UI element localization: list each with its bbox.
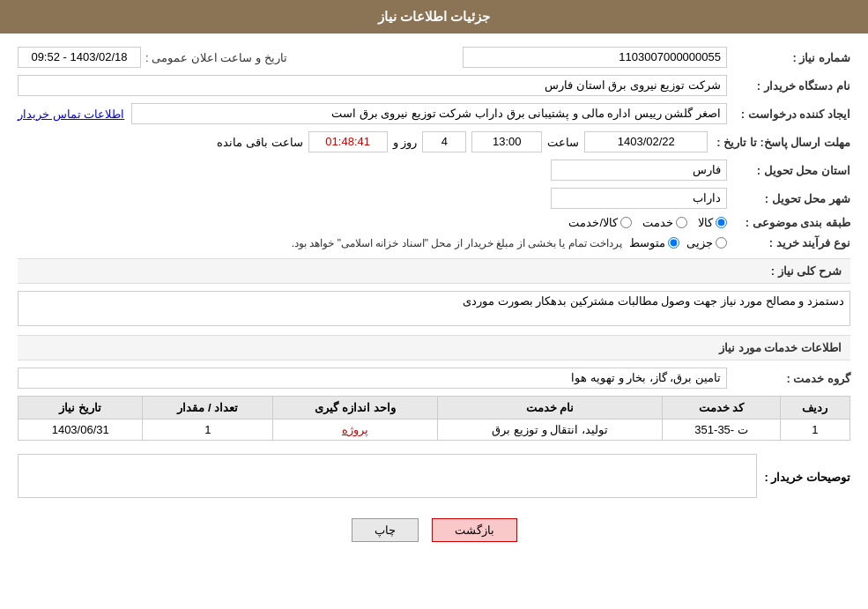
- province-value: فارس: [551, 160, 727, 181]
- th-date: تاریخ نیاز: [19, 397, 143, 420]
- category-label-kala: کالا: [698, 216, 713, 229]
- th-row: ردیف: [780, 397, 849, 420]
- service-table: ردیف کد خدمت نام خدمت واحد اندازه گیری ت…: [18, 396, 850, 441]
- announce-value: 1403/02/18 - 09:52: [18, 47, 141, 68]
- service-group-label: گروه خدمت :: [727, 372, 850, 385]
- td-date: 1403/06/31: [19, 420, 143, 441]
- buyer-org-label: نام دستگاه خریدار :: [727, 79, 850, 93]
- need-number-value: 1103007000000055: [463, 47, 727, 68]
- need-description-row: دستمزد و مصالح مورد نیاز جهت وصول مطالبا…: [18, 291, 850, 326]
- response-deadline-value-cell: 1403/02/22 ساعت 13:00 4 روز و 01:48:41 س…: [18, 131, 708, 152]
- purchase-type-value-cell: جزیی متوسط پرداخت تمام یا بخشی از مبلغ خ…: [18, 236, 727, 249]
- category-option-khedmat[interactable]: خدمت: [642, 216, 687, 229]
- purchase-option-row1: جزیی متوسط پرداخت تمام یا بخشی از مبلغ خ…: [292, 236, 727, 249]
- creator-row: ایجاد کننده درخواست : اصغر گلشن رییس ادا…: [18, 103, 850, 124]
- service-group-value: تامین برق، گاز، بخار و تهویه هوا: [18, 368, 727, 389]
- city-label: شهر محل تحویل :: [727, 192, 850, 205]
- buyer-description-textarea[interactable]: [18, 454, 757, 498]
- th-name: نام خدمت: [437, 397, 663, 420]
- service-group-row: گروه خدمت : تامین برق، گاز، بخار و تهویه…: [18, 368, 850, 389]
- purchase-option-motavset[interactable]: متوسط: [629, 236, 679, 249]
- purchase-label-jozi: جزیی: [686, 236, 713, 249]
- buyer-description-value-cell: [18, 454, 757, 501]
- category-radio-group: کالا خدمت کالا/خدمت: [568, 216, 727, 229]
- content-area: شماره نیاز : 1103007000000055 تاریخ و سا…: [0, 33, 868, 568]
- city-value: داراب: [551, 188, 727, 209]
- response-deadline-row: مهلت ارسال پاسخ: تا تاریخ : 1403/02/22 س…: [18, 131, 850, 152]
- page-header: جزئیات اطلاعات نیاز: [0, 0, 868, 33]
- time-label: ساعت: [547, 136, 579, 149]
- category-label: طبقه بندی موضوعی :: [727, 216, 850, 229]
- purchase-note: پرداخت تمام یا بخشی از مبلغ خریدار از مح…: [292, 237, 622, 249]
- purchase-type-label: نوع فرآیند خرید :: [727, 236, 850, 249]
- purchase-radio-motavset[interactable]: [668, 237, 679, 249]
- hours-label: ساعت باقی مانده: [217, 136, 302, 149]
- print-button[interactable]: چاپ: [352, 518, 419, 542]
- th-code: کد خدمت: [663, 397, 780, 420]
- deadline-time: 13:00: [471, 131, 542, 152]
- need-number-value-cell: 1103007000000055: [287, 47, 727, 68]
- buyer-org-value-cell: شرکت توزیع نیروی برق استان فارس: [18, 75, 727, 96]
- td-qty: 1: [143, 420, 273, 441]
- category-label-kala-khedmat: کالا/خدمت: [568, 216, 618, 229]
- td-code: ت -35-351: [663, 420, 780, 441]
- category-radio-kala-khedmat[interactable]: [620, 217, 632, 228]
- response-deadline-label: مهلت ارسال پاسخ: تا تاریخ :: [708, 136, 850, 149]
- announce-date-row: تاریخ و ساعت اعلان عمومی : 1403/02/18 - …: [18, 47, 287, 68]
- need-description-section-title: شرح کلی نیاز :: [18, 258, 850, 284]
- category-label-khedmat: خدمت: [642, 216, 673, 229]
- purchase-label-motavset: متوسط: [629, 236, 665, 249]
- deadline-days: 4: [422, 131, 466, 152]
- city-value-cell: داراب: [18, 188, 727, 209]
- creator-label: ایجاد کننده درخواست :: [727, 108, 850, 121]
- td-name: تولید، انتقال و توزیع برق: [437, 420, 663, 441]
- td-unit[interactable]: پروژه: [273, 420, 437, 441]
- category-radio-khedmat[interactable]: [676, 217, 687, 228]
- category-option-kala-khedmat[interactable]: کالا/خدمت: [568, 216, 632, 229]
- category-value-cell: کالا خدمت کالا/خدمت: [18, 216, 727, 229]
- th-qty: تعداد / مقدار: [143, 397, 273, 420]
- city-row: شهر محل تحویل : داراب: [18, 188, 850, 209]
- purchase-option-jozi[interactable]: جزیی: [686, 236, 727, 249]
- creator-value: اصغر گلشن رییس اداره مالی و پشتیبانی برق…: [131, 103, 727, 124]
- buyer-description-row: توصیحات خریدار :: [18, 454, 850, 501]
- page-title: جزئیات اطلاعات نیاز: [378, 9, 490, 24]
- announce-label: تاریخ و ساعت اعلان عمومی :: [145, 51, 287, 64]
- buyer-description-label: توصیحات خریدار :: [757, 471, 850, 484]
- page-wrapper: جزئیات اطلاعات نیاز شماره نیاز : 1103007…: [0, 0, 868, 609]
- category-row: طبقه بندی موضوعی : کالا خدمت کالا/خدمت: [18, 216, 850, 229]
- services-section-title: اطلاعات خدمات مورد نیاز: [18, 335, 850, 360]
- category-radio-kala[interactable]: [716, 217, 727, 228]
- deadline-countdown: 01:48:41: [308, 131, 388, 152]
- deadline-inline: 1403/02/22 ساعت 13:00 4 روز و 01:48:41 س…: [18, 131, 708, 152]
- province-value-cell: فارس: [18, 160, 727, 181]
- need-number-label: شماره نیاز :: [727, 51, 850, 64]
- purchase-radio-jozi[interactable]: [716, 237, 727, 249]
- service-group-value-cell: تامین برق، گاز، بخار و تهویه هوا: [18, 368, 727, 389]
- table-row: 1 ت -35-351 تولید، انتقال و توزیع برق پر…: [19, 420, 850, 441]
- table-header-row: ردیف کد خدمت نام خدمت واحد اندازه گیری ت…: [19, 397, 850, 420]
- province-row: استان محل تحویل : فارس: [18, 160, 850, 181]
- buttons-row: بازگشت چاپ: [18, 518, 850, 542]
- buyer-org-row: نام دستگاه خریدار : شرکت توزیع نیروی برق…: [18, 75, 850, 96]
- need-description-value-cell: دستمزد و مصالح مورد نیاز جهت وصول مطالبا…: [18, 291, 850, 326]
- back-button[interactable]: بازگشت: [432, 518, 517, 542]
- province-label: استان محل تحویل :: [727, 164, 850, 177]
- contact-info-link[interactable]: اطلاعات تماس خریدار: [18, 108, 124, 121]
- need-description-value: دستمزد و مصالح مورد نیاز جهت وصول مطالبا…: [18, 291, 850, 326]
- purchase-options-group: جزیی متوسط پرداخت تمام یا بخشی از مبلغ خ…: [292, 236, 727, 249]
- purchase-type-row: نوع فرآیند خرید : جزیی متوسط پرداخت تمام…: [18, 236, 850, 249]
- td-row: 1: [780, 420, 849, 441]
- creator-value-cell: اصغر گلشن رییس اداره مالی و پشتیبانی برق…: [18, 103, 727, 124]
- deadline-date: 1403/02/22: [584, 131, 708, 152]
- buyer-org-value: شرکت توزیع نیروی برق استان فارس: [18, 75, 727, 96]
- need-number-row: شماره نیاز : 1103007000000055 تاریخ و سا…: [18, 47, 850, 68]
- days-label: روز و: [393, 136, 418, 149]
- th-unit: واحد اندازه گیری: [273, 397, 437, 420]
- category-option-kala[interactable]: کالا: [698, 216, 727, 229]
